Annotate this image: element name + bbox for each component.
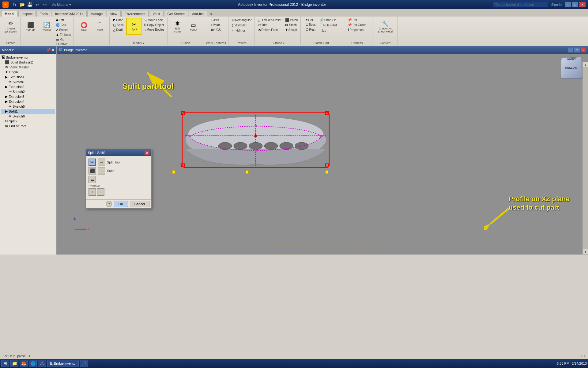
split-dialog-title[interactable]: Split : Split1 ✕ xyxy=(86,149,151,156)
shell-button[interactable]: ▢Shell xyxy=(112,23,124,27)
tree-item-end-of-part[interactable]: ⊕ End of Part xyxy=(1,124,55,128)
split-mode-icon-button[interactable]: → xyxy=(98,159,105,166)
qa-new[interactable]: 🗋 xyxy=(11,1,18,8)
minimize-button[interactable]: − xyxy=(565,2,571,7)
ucs-button[interactable]: ⊞UCS xyxy=(210,28,222,32)
ribbon-collapse[interactable]: ▾ xyxy=(210,12,212,17)
qa-open[interactable]: 📂 xyxy=(19,1,25,8)
convert-sheet-metal-button[interactable]: 🔧 Convert toSheet Metal xyxy=(377,18,394,36)
remove-plus-button[interactable]: + xyxy=(89,188,96,196)
vp-maximize[interactable]: □ xyxy=(574,48,580,52)
draft-button[interactable]: △Draft xyxy=(112,28,124,32)
dialog-help-button[interactable]: ? xyxy=(106,201,112,207)
edit-form-button[interactable]: ✱ EditForm xyxy=(170,18,185,36)
qa-redo[interactable]: ↪ xyxy=(42,1,48,8)
circular-button[interactable]: ◯Circular xyxy=(231,23,253,28)
loft-button[interactable]: ◆Loft xyxy=(55,18,72,22)
view-cube-box[interactable]: FRONT HOLLOW xyxy=(561,57,582,79)
scroll-down[interactable]: ▼ xyxy=(583,249,588,255)
hole-button[interactable]: ⭕ Hole xyxy=(76,18,92,36)
scroll-track[interactable] xyxy=(583,67,588,249)
vp-minimize[interactable]: − xyxy=(568,48,573,52)
tree-item-origin[interactable]: ✦ Origin xyxy=(1,70,55,75)
tab-manage[interactable]: Manage xyxy=(87,11,106,17)
panel-pin[interactable]: 📌 xyxy=(46,48,51,52)
solid-icon-button[interactable]: ⬛ xyxy=(89,167,96,174)
stitch-button[interactable]: ⋈Stitch xyxy=(284,23,299,27)
delete-face-button[interactable]: ✖Delete Face xyxy=(257,28,282,32)
patch-button[interactable]: ⬛Patch xyxy=(284,18,299,22)
tree-item-sketch5[interactable]: ✏ Sketch5 xyxy=(1,104,55,109)
sweep-button[interactable]: ↗Sweep xyxy=(55,28,72,32)
tab-tools[interactable]: Tools xyxy=(36,11,51,17)
extra-icon-button[interactable]: ▭ xyxy=(89,176,96,183)
solid-mode-icon-button[interactable]: → xyxy=(98,167,105,174)
taskbar-firefox[interactable]: 🦊 xyxy=(20,360,28,367)
qa-save[interactable]: 💾 xyxy=(26,1,33,8)
tree-item-sketch6[interactable]: ✏ Sketch6 xyxy=(1,114,55,119)
tree-item-sketch2[interactable]: ✏ Sketch2 xyxy=(1,89,55,94)
emboss-button[interactable]: ▲Emboss xyxy=(55,33,72,37)
taskbar-media[interactable]: 🎵 xyxy=(80,360,88,367)
grill-button[interactable]: ≡Grill xyxy=(305,18,317,22)
move-bodies-button[interactable]: ↕Move Bodies xyxy=(143,27,165,32)
tree-item-split1[interactable]: ▶ Split1 xyxy=(1,109,55,114)
tab-get-started[interactable]: Get Started xyxy=(164,11,188,17)
split-button[interactable]: ✂ Split xyxy=(126,18,142,35)
tree-item-solid-bodies[interactable]: ⬛ Solid Bodies(1) xyxy=(1,60,55,65)
panel-close[interactable]: ✕ xyxy=(51,48,55,52)
sculpt-button[interactable]: ✦Sculpt xyxy=(284,28,299,32)
material-selector[interactable]: As Materia ▾ xyxy=(52,3,71,7)
axis-button[interactable]: ↕Axis xyxy=(210,18,222,22)
rib-button[interactable]: ▬Rib xyxy=(55,37,72,41)
tree-item-view-master[interactable]: 👁 View: Master xyxy=(1,65,55,70)
rule-fillet-button[interactable]: ⌒Rule Fillet xyxy=(318,23,338,28)
start-button[interactable]: ⊞ xyxy=(1,360,9,367)
tree-item-sketch1[interactable]: ✏ Sketch1 xyxy=(1,79,55,84)
copy-object-button[interactable]: ⎘Copy Object xyxy=(143,23,165,27)
split-tool-icon-button[interactable]: ✂ xyxy=(89,159,96,166)
search-input[interactable] xyxy=(493,2,548,7)
lip-button[interactable]: ⌣Lip xyxy=(318,28,338,33)
boss-button[interactable]: ⊙Boss xyxy=(305,22,317,27)
sign-in-link[interactable]: Sign In xyxy=(551,3,562,6)
tab-view[interactable]: View xyxy=(107,11,121,17)
extrude-button[interactable]: ⬛ Extrude xyxy=(23,18,38,36)
rectangular-button[interactable]: ⊞Rectangular xyxy=(231,18,253,22)
tab-add-ins[interactable]: Add-Ins xyxy=(189,11,207,17)
create-2d-sketch-button[interactable]: ✏ Create2D Sketch xyxy=(3,18,18,36)
pin-button[interactable]: 📌Pin xyxy=(347,18,367,22)
thicken-offset-button[interactable]: ⬚Thicken/Offset xyxy=(257,18,282,22)
pin-group-button[interactable]: 📌Pin Group xyxy=(347,23,367,27)
taskbar-warning[interactable]: ⚠ xyxy=(38,360,46,367)
move-face-button[interactable]: ⤷Move Face xyxy=(143,18,165,22)
tab-vault[interactable]: Vault xyxy=(149,11,163,17)
snap-fit-button[interactable]: 🔗Snap Fit xyxy=(318,18,338,22)
tree-item-extrusion4[interactable]: ▶ Extrusion4 xyxy=(1,99,55,104)
tab-inspect[interactable]: Inspect xyxy=(18,11,36,17)
canvas-area[interactable]: ▲ ▼ FRONT HOLLOW xyxy=(57,54,588,255)
properties-button[interactable]: ℹProperties xyxy=(347,28,367,32)
point-button[interactable]: •Point xyxy=(210,23,222,27)
revolve-button[interactable]: 🔄 Revolve xyxy=(39,18,54,36)
vp-close[interactable]: ✕ xyxy=(581,48,586,52)
derive-button[interactable]: ⤵Derive xyxy=(55,42,72,46)
plane-button[interactable]: ▭ Plane xyxy=(186,18,201,36)
fillet-button[interactable]: ⌒ Fillet xyxy=(92,18,107,36)
tree-item-extrusion2[interactable]: ▶ Extrusion2 xyxy=(1,84,55,89)
dialog-close-button[interactable]: ✕ xyxy=(145,151,149,155)
coil-button[interactable]: 🌀Coil xyxy=(55,23,72,27)
trim-button[interactable]: ✂Trim xyxy=(257,23,282,27)
close-button[interactable]: ✕ xyxy=(579,2,586,7)
tree-item-extrusion3[interactable]: ▶ Extrusion3 xyxy=(1,94,55,99)
view-cube[interactable]: FRONT HOLLOW xyxy=(560,57,585,82)
tab-inventorcam[interactable]: InventorCAM 2011 xyxy=(52,11,87,17)
dialog-cancel-button[interactable]: Cancel xyxy=(130,201,149,207)
taskbar-browser[interactable]: 🌐 xyxy=(29,360,37,367)
qa-undo[interactable]: ↩ xyxy=(34,1,41,8)
taskbar-inventor-app[interactable]: 🏗 Bridge inventor xyxy=(47,360,79,367)
tree-item-bridge-inventor[interactable]: 🏗 Bridge inventor xyxy=(1,55,55,60)
dialog-ok-button[interactable]: OK xyxy=(114,201,128,207)
taskbar-folder[interactable]: 📁 xyxy=(10,360,18,367)
mirror-button[interactable]: ⟺Mirror xyxy=(231,28,253,33)
